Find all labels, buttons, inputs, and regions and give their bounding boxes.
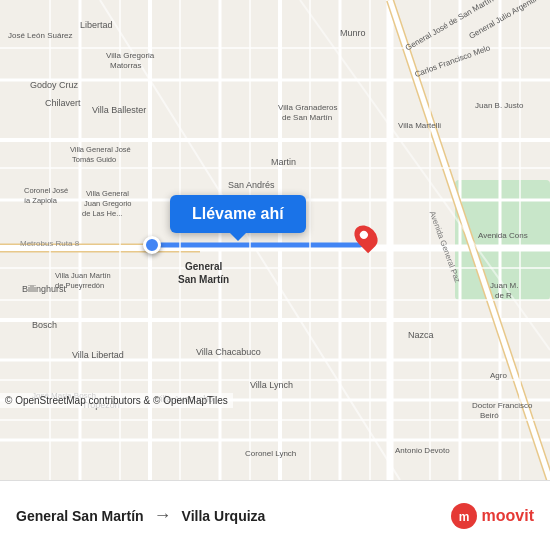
moovit-logo-icon: m: [450, 502, 478, 530]
svg-text:Villa Martelli: Villa Martelli: [398, 121, 441, 130]
svg-text:Juan Gregorio: Juan Gregorio: [84, 199, 132, 208]
svg-text:José León Suárez: José León Suárez: [8, 31, 73, 40]
svg-text:San Andrés: San Andrés: [228, 180, 275, 190]
svg-text:Nazca: Nazca: [408, 330, 434, 340]
svg-text:m: m: [458, 510, 469, 524]
svg-text:Villa General José: Villa General José: [70, 145, 131, 154]
origin-marker: [143, 236, 161, 254]
moovit-logo: m moovit: [450, 502, 534, 530]
svg-text:General: General: [185, 261, 222, 272]
svg-text:de R: de R: [495, 291, 512, 300]
svg-text:Martin: Martin: [271, 157, 296, 167]
svg-text:Villa Juan Martín: Villa Juan Martín: [55, 271, 111, 280]
svg-text:Libertad: Libertad: [80, 20, 113, 30]
svg-text:Chilavert: Chilavert: [45, 98, 81, 108]
svg-text:Villa Lynch: Villa Lynch: [250, 380, 293, 390]
svg-text:Coronel José: Coronel José: [24, 186, 68, 195]
svg-text:de Las He...: de Las He...: [82, 209, 122, 218]
moovit-brand-label: moovit: [482, 507, 534, 525]
svg-text:Doctor Francisco: Doctor Francisco: [472, 401, 533, 410]
svg-text:Villa Granaderos: Villa Granaderos: [278, 103, 337, 112]
map: Libertad Munro Godoy Cruz Villa Balleste…: [0, 0, 550, 480]
svg-text:Villa Gregoria: Villa Gregoria: [106, 51, 155, 60]
svg-text:Bosch: Bosch: [32, 320, 57, 330]
svg-text:Metrobus Ruta 8: Metrobus Ruta 8: [20, 239, 80, 248]
svg-text:San Martín: San Martín: [178, 274, 229, 285]
route-info: General San Martín → Villa Urquiza: [16, 505, 450, 526]
from-label: General San Martín: [16, 508, 144, 524]
svg-text:Villa Ballester: Villa Ballester: [92, 105, 146, 115]
svg-text:Antonio Devoto: Antonio Devoto: [395, 446, 450, 455]
svg-text:Beiró: Beiró: [480, 411, 499, 420]
svg-text:Villa Chacabuco: Villa Chacabuco: [196, 347, 261, 357]
svg-text:Matorras: Matorras: [110, 61, 142, 70]
svg-text:Avenida Cons: Avenida Cons: [478, 231, 528, 240]
destination-marker: [356, 224, 376, 250]
svg-text:Coronel Lynch: Coronel Lynch: [245, 449, 296, 458]
svg-text:Munro: Munro: [340, 28, 366, 38]
svg-text:ía Zapiola: ía Zapiola: [24, 196, 58, 205]
svg-text:Agro: Agro: [490, 371, 507, 380]
svg-text:Juan M.: Juan M.: [490, 281, 518, 290]
navigate-button[interactable]: Llévame ahí: [170, 195, 306, 233]
svg-text:Juan B. Justo: Juan B. Justo: [475, 101, 524, 110]
svg-text:Godoy Cruz: Godoy Cruz: [30, 80, 79, 90]
bottom-bar: General San Martín → Villa Urquiza m moo…: [0, 480, 550, 550]
svg-text:Tomás Guido: Tomás Guido: [72, 155, 116, 164]
osm-attribution: © OpenStreetMap contributors & © OpenMap…: [0, 393, 233, 408]
svg-text:Villa Libertad: Villa Libertad: [72, 350, 124, 360]
svg-text:de San Martín: de San Martín: [282, 113, 332, 122]
svg-text:Villa General: Villa General: [86, 189, 129, 198]
svg-text:de Pueyrredón: de Pueyrredón: [55, 281, 104, 290]
to-label: Villa Urquiza: [182, 508, 266, 524]
arrow-icon: →: [154, 505, 172, 526]
